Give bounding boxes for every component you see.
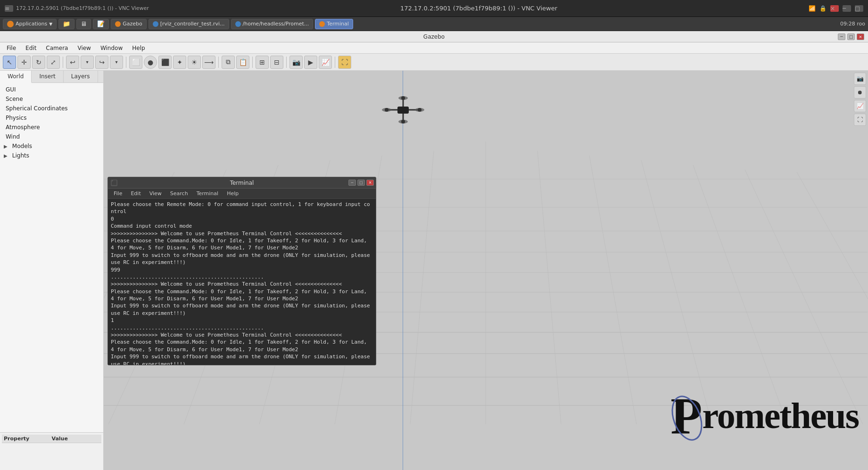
tab-world[interactable]: World: [0, 71, 32, 83]
terminal-max-btn[interactable]: □: [357, 180, 365, 186]
viewport-expand-btn[interactable]: ⛶: [854, 114, 866, 126]
gazebo-min-btn[interactable]: ─: [838, 33, 845, 40]
menu-window[interactable]: Window: [96, 44, 127, 52]
terminal-active-icon: [319, 21, 325, 27]
tool-graph[interactable]: 📈: [319, 56, 332, 69]
tree-atmosphere[interactable]: Atmosphere: [0, 123, 103, 132]
tree-physics[interactable]: Physics: [0, 113, 103, 123]
taskbar-gazebo[interactable]: Gazebo: [111, 19, 147, 29]
tree-lights[interactable]: ▶ Lights: [0, 151, 103, 160]
tool-paste[interactable]: 📋: [236, 56, 249, 69]
tool-light-spot[interactable]: ☀: [188, 56, 201, 69]
term-line-6: 999: [111, 266, 373, 273]
tool-light-dir[interactable]: ⟶: [202, 56, 215, 69]
tool-redo-arrow2[interactable]: ▾: [110, 56, 123, 69]
property-header: Property Value: [2, 435, 101, 443]
taskbar: Applications ▼ 📁 🖥 📝 Gazebo [rviz_contro…: [0, 17, 868, 31]
term-menu-edit[interactable]: Edit: [127, 190, 144, 198]
svg-point-34: [401, 96, 405, 100]
rviz-icon: [153, 21, 158, 27]
tool-record[interactable]: ▶: [304, 56, 317, 69]
tree-models[interactable]: ▶ Models: [0, 141, 103, 151]
tool-light-point[interactable]: ✦: [173, 56, 186, 69]
terminal-titlebar: ⬛ Terminal ─ □ ×: [108, 177, 376, 189]
tool-rotate[interactable]: ↻: [32, 56, 45, 69]
vnc-title: 172.17.0.2:5901 (7bdbe1f79b89:1 ()) - VN…: [149, 5, 809, 12]
applications-label: Applications: [16, 21, 47, 27]
tool-screenshot[interactable]: 📷: [289, 56, 303, 69]
vnc-wifi-icon: 🔒: [819, 5, 827, 12]
editor-icon: 📝: [97, 20, 105, 27]
term-menu-view[interactable]: View: [146, 190, 165, 198]
menu-help[interactable]: Help: [127, 44, 149, 52]
sep6: [335, 57, 335, 68]
tree-models-label: Models: [12, 143, 32, 149]
terminal-close-btn[interactable]: ×: [366, 180, 374, 186]
vnc-right-controls: 📶 🔒 × ─ □: [809, 5, 863, 12]
tool-fullscreen[interactable]: ⛶: [338, 56, 351, 69]
sep2: [126, 57, 126, 68]
gazebo-titlebar: Gazebo ─ □ ×: [0, 31, 868, 42]
tool-translate[interactable]: ✛: [17, 56, 31, 69]
taskbar-applications[interactable]: Applications ▼: [3, 19, 57, 29]
tool-redo[interactable]: ↪: [95, 56, 108, 69]
tab-insert[interactable]: Insert: [32, 71, 63, 82]
taskbar-terminal-active[interactable]: Terminal: [315, 19, 353, 29]
taskbar-editor[interactable]: 📝: [93, 19, 109, 29]
tool-undo[interactable]: ↩: [66, 56, 79, 69]
models-arrow-icon: ▶: [4, 144, 10, 149]
tool-snap-grid[interactable]: ⊟: [270, 56, 283, 69]
tool-cylinder[interactable]: ⬛: [158, 56, 172, 69]
menu-file[interactable]: File: [2, 44, 21, 52]
svg-point-36: [670, 392, 707, 444]
vnc-menu-icon[interactable]: ≡: [5, 5, 13, 12]
terminal-min-btn[interactable]: ─: [348, 180, 356, 186]
taskbar-home[interactable]: /home/headless/Promet...: [231, 19, 314, 29]
vnc-max-button[interactable]: □: [855, 5, 863, 12]
value-col: Value: [52, 436, 100, 442]
term-menu-terminal[interactable]: Terminal: [193, 190, 223, 198]
taskbar-rviz[interactable]: [rviz_controller_test.rvi...: [149, 19, 229, 29]
viewport-graph-btn[interactable]: 📈: [854, 100, 866, 112]
tool-sphere[interactable]: ●: [144, 56, 157, 69]
term-line-13: >>>>>>>>>>>>>>> Welcome to use Prometheu…: [111, 331, 373, 338]
tool-redo-arrow[interactable]: ▾: [81, 56, 94, 69]
vnc-min-button[interactable]: ─: [843, 5, 851, 12]
sep3: [218, 57, 219, 68]
sep4: [252, 57, 253, 68]
vnc-close-button[interactable]: ×: [830, 5, 839, 12]
prometheus-logo: P rometheus: [670, 390, 859, 442]
terminal-active-label: Terminal: [327, 21, 349, 27]
terminal-content[interactable]: Please choose the Remote Mode: 0 for com…: [108, 199, 376, 365]
drone-model: [382, 93, 424, 126]
viewport-screenshot-btn[interactable]: 📷: [854, 73, 866, 85]
prometheus-text: rometheus: [702, 397, 859, 434]
tool-align[interactable]: ⊞: [256, 56, 269, 69]
menu-view[interactable]: View: [73, 44, 95, 52]
tree-wind[interactable]: Wind: [0, 132, 103, 141]
gazebo-max-btn[interactable]: □: [847, 33, 855, 40]
viewport-record-btn[interactable]: ⏺: [854, 86, 866, 99]
term-menu-help[interactable]: Help: [223, 190, 242, 198]
term-menu-search[interactable]: Search: [166, 190, 192, 198]
taskbar-files[interactable]: 📁: [58, 19, 74, 29]
tool-cursor[interactable]: ↖: [3, 56, 16, 69]
menu-camera[interactable]: Camera: [41, 44, 73, 52]
term-line-9: Please choose the Command.Mode: 0 for Id…: [111, 288, 373, 303]
tab-layers[interactable]: Layers: [64, 71, 98, 82]
tree-scene[interactable]: Scene: [0, 94, 103, 104]
tool-copy[interactable]: ⧉: [222, 56, 235, 69]
taskbar-terminal1[interactable]: 🖥: [76, 19, 91, 29]
term-menu-file[interactable]: File: [110, 190, 126, 198]
tool-box[interactable]: ⬜: [129, 56, 142, 69]
term-line-14: Please choose the Command.Mode: 0 for Id…: [111, 338, 373, 353]
gazebo-close-btn[interactable]: ×: [857, 33, 864, 40]
term-line-12: ........................................…: [111, 324, 373, 331]
menu-edit[interactable]: Edit: [21, 44, 41, 52]
applications-arrow: ▼: [49, 22, 52, 26]
left-panel: World Insert Layers GUI Scene Spherical …: [0, 71, 104, 470]
tree-spherical[interactable]: Spherical Coordinates: [0, 104, 103, 113]
tool-scale[interactable]: ⤢: [47, 56, 60, 69]
terminal-title: Terminal: [230, 180, 254, 186]
tree-gui[interactable]: GUI: [0, 85, 103, 94]
